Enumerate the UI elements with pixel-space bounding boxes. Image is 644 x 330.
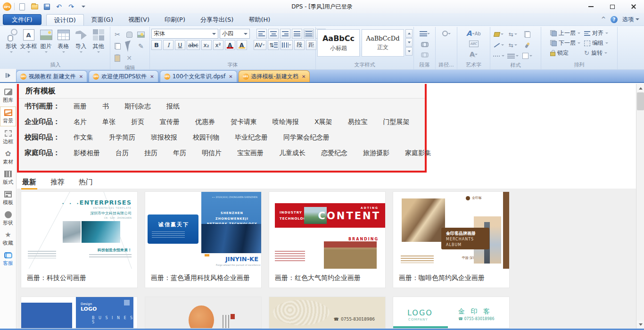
path-effect-button[interactable]	[441, 29, 452, 38]
select-tool-button[interactable]	[124, 41, 135, 52]
bold-button[interactable]: B	[151, 40, 162, 50]
insert-picture-button[interactable]: 图片	[37, 27, 55, 53]
tab-close-icon[interactable]: ✕	[302, 74, 305, 79]
line-color-button[interactable]	[492, 40, 506, 50]
underline-button[interactable]: U	[175, 40, 185, 50]
font-color-button[interactable]: A	[225, 40, 235, 50]
category-link[interactable]: 贺卡请柬	[231, 118, 257, 126]
text-style-body[interactable]: AaBbCcDd 正文	[362, 29, 404, 57]
redo-button[interactable]: ↷	[66, 2, 76, 11]
sidebar-item-gallery[interactable]: 图库	[0, 86, 16, 105]
category-link[interactable]: 优惠券	[195, 118, 215, 126]
category-link[interactable]: 恋爱纪念	[321, 149, 347, 157]
tab-newest[interactable]: 最新	[21, 176, 37, 190]
node-edit-button[interactable]: ✎	[135, 41, 147, 52]
category-link[interactable]: 门型展架	[383, 118, 410, 126]
tab-help[interactable]: 帮助(H)	[241, 14, 278, 25]
options-button[interactable]: 选项	[622, 16, 639, 24]
wordart-style-button[interactable]: AAb	[469, 29, 479, 38]
category-link[interactable]: 旅游摄影	[363, 149, 389, 157]
insert-textbox-button[interactable]: A 文本框	[20, 27, 37, 53]
category-link[interactable]: 儿童成长	[279, 149, 305, 157]
tab-share-export[interactable]: 分享导出(S)	[193, 14, 241, 25]
doc-tab-welcome[interactable]: DPS 欢迎使用DPS软件 ✕	[89, 70, 158, 82]
sidebar-item-background[interactable]: 背景	[0, 107, 16, 126]
category-link[interactable]: 宣传册	[160, 118, 180, 126]
link-frames-button[interactable]	[420, 39, 430, 49]
template-card-teal-logo[interactable]: LOGO COMPANY 金 印 客 ☎ 0755-83018986	[393, 297, 509, 328]
category-link[interactable]: 升学简历	[109, 133, 135, 142]
font-name-select[interactable]: 宋体	[151, 29, 218, 39]
tab-recommended[interactable]: 推荐	[50, 176, 66, 190]
sidebar-expander-button[interactable]	[0, 69, 16, 82]
replace-image-button[interactable]	[135, 29, 147, 40]
category-link[interactable]: 年历	[173, 149, 186, 157]
insert-import-button[interactable]: 导入	[72, 27, 90, 53]
category-link[interactable]: 作文集	[74, 133, 93, 142]
sidebar-item-favorites[interactable]: ★收藏	[0, 229, 16, 248]
insert-table-button[interactable]: 表格	[55, 27, 72, 53]
category-link[interactable]: 影楼相册	[74, 149, 100, 157]
superscript-button[interactable]: x²	[213, 40, 223, 50]
category-link[interactable]: 毕业纪念册	[235, 133, 268, 142]
doc-tab-choose-template[interactable]: DPS 选择模板-新建文档 ✕	[239, 70, 310, 82]
template-card-red[interactable]: INDUSTRYTECHNOLOGY ADTING CONTENT BRANDI…	[269, 192, 385, 288]
rotate-button[interactable]: ↻旋转	[584, 49, 608, 57]
paste-button[interactable]	[112, 52, 123, 64]
gallery-up-button[interactable]	[405, 29, 413, 38]
format-brush-button[interactable]	[520, 40, 534, 50]
pan-tool-button[interactable]	[124, 29, 135, 40]
qat-customize-button[interactable]	[79, 2, 88, 11]
insert-shape-button[interactable]: 形状	[2, 27, 20, 53]
vertical-scrollbar[interactable]	[636, 84, 644, 329]
minimize-button[interactable]	[580, 0, 602, 13]
align-distribute-button[interactable]	[304, 29, 314, 39]
unlink-frames-button[interactable]	[420, 50, 430, 59]
save-button[interactable]	[42, 2, 51, 11]
bring-forward-button[interactable]: 上一层	[550, 29, 580, 37]
insert-other-button[interactable]: 其他	[90, 27, 107, 53]
undo-button[interactable]: ↶	[54, 2, 64, 11]
line-spacing-button[interactable]: ⇅	[268, 40, 279, 50]
category-link[interactable]: 画册	[74, 102, 87, 111]
copy-style-button[interactable]	[520, 29, 534, 40]
char-spacing-button[interactable]: AV	[254, 40, 267, 50]
category-link[interactable]: 期刊杂志	[124, 102, 151, 111]
wordart-frame-button[interactable]: ABC	[469, 39, 479, 49]
template-card-blue-logo[interactable]: DesignLOGO B U S I N E S S	[21, 297, 137, 328]
align-left-button[interactable]	[256, 29, 267, 39]
copy-button[interactable]	[112, 41, 123, 52]
wordart-shadow-button[interactable]: A	[469, 50, 479, 59]
sidebar-item-layout[interactable]: 版式	[0, 168, 16, 187]
arrow-style-button[interactable]: ⇆	[506, 40, 520, 50]
template-card-blue-tech[interactable]: ∙∙ 2019(XXX) ZHONGWEN-SHENZHEN SHENZHEN …	[145, 192, 261, 288]
category-link[interactable]: X展架	[314, 118, 332, 126]
category-link[interactable]: 家庭影集	[405, 149, 431, 157]
category-link[interactable]: 班报校报	[151, 133, 177, 142]
template-card-coffee[interactable]: 金印客 金印客品牌画册 MERCHANTS ALBUM 中国·深圳 画册：咖啡色…	[393, 192, 509, 288]
sidebar-item-template[interactable]: 模板	[0, 189, 16, 207]
close-button[interactable]	[623, 0, 644, 13]
category-link[interactable]: 同学聚会纪念册	[283, 133, 330, 142]
text-style-subtitle[interactable]: AaBbCc 小标题	[317, 29, 360, 57]
doc-tab-culture-file[interactable]: DPS 100个文化常识.dpsf ✕	[160, 70, 237, 82]
text-wrap-button[interactable]	[420, 29, 430, 38]
menu-file-button[interactable]: 文件(F)	[3, 14, 41, 25]
sidebar-item-border[interactable]: 边框	[0, 128, 16, 147]
highlight-color-button[interactable]: A	[237, 40, 247, 50]
category-link[interactable]: 折页	[131, 118, 144, 126]
send-backward-button[interactable]: 下一层	[550, 39, 580, 47]
category-link[interactable]: 喷绘海报	[272, 118, 299, 126]
paragraph-kern-button[interactable]: 段	[294, 40, 305, 50]
fill-color-button[interactable]	[492, 29, 506, 40]
category-link[interactable]: 名片	[74, 118, 87, 126]
paragraph-dist-button[interactable]: 距	[306, 40, 316, 50]
columns-button[interactable]	[281, 40, 293, 50]
collapse-ribbon-icon[interactable]: ^	[601, 16, 606, 23]
category-link[interactable]: 书	[102, 102, 109, 111]
tab-close-icon[interactable]: ✕	[79, 74, 83, 79]
dash-style-button[interactable]	[492, 50, 506, 61]
doc-tab-video-tutorial[interactable]: DPS 视频教程 新建文件 ✕	[16, 70, 87, 82]
category-link[interactable]: 校园刊物	[193, 133, 219, 142]
font-size-select[interactable]: 小四	[220, 29, 250, 39]
